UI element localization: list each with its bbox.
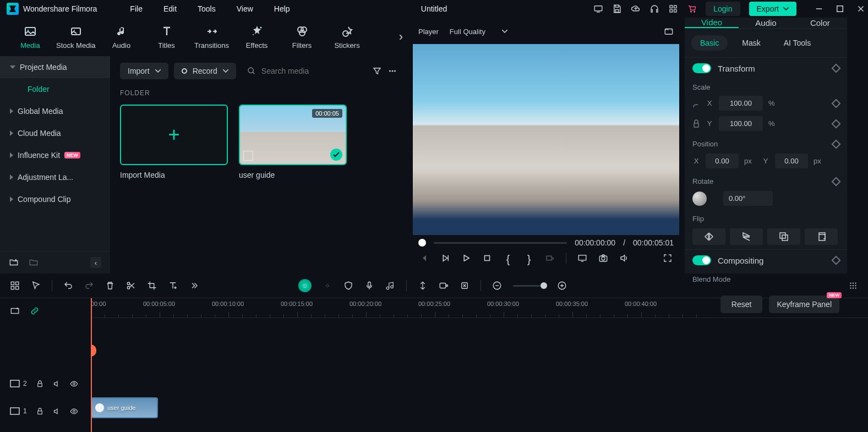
menu-tools[interactable]: Tools <box>198 4 216 13</box>
redo-icon[interactable] <box>84 281 94 291</box>
seek-bar[interactable]: 00:00:00:00 / 00:00:05:01 <box>413 238 679 247</box>
mute-track-icon[interactable] <box>53 407 61 415</box>
tab-titles[interactable]: Titles <box>148 25 186 50</box>
mic-icon[interactable] <box>364 281 374 291</box>
sparkle-icon[interactable] <box>323 281 332 291</box>
sidebar-item-global-media[interactable]: Global Media <box>0 100 110 122</box>
text-icon[interactable] <box>168 281 178 291</box>
import-media-tile[interactable]: + Import Media <box>120 105 228 179</box>
filter-icon[interactable] <box>372 66 382 76</box>
more-icon[interactable] <box>387 66 397 76</box>
compositing-section[interactable]: Compositing <box>685 249 847 271</box>
grid-view-icon[interactable] <box>10 281 20 291</box>
lock-track-icon[interactable] <box>36 380 44 388</box>
search-input[interactable] <box>261 67 361 75</box>
visibility-icon[interactable] <box>70 407 78 415</box>
undo-icon[interactable] <box>63 281 73 291</box>
fullscreen-icon[interactable] <box>663 253 673 263</box>
sidebar-item-folder[interactable]: Folder <box>0 78 110 100</box>
record-dropdown[interactable]: Record <box>174 63 236 79</box>
ai-icon[interactable]: ☺ <box>298 279 312 292</box>
playhead[interactable] <box>91 298 92 432</box>
cart-icon[interactable] <box>687 4 697 14</box>
rotate-knob[interactable] <box>692 192 707 206</box>
preview-viewport[interactable] <box>413 44 679 235</box>
track-header-1[interactable]: 1 <box>0 397 91 425</box>
keyframe-diamond-icon[interactable] <box>832 119 841 128</box>
rotate-input[interactable] <box>723 191 773 206</box>
export-button[interactable]: Export <box>749 2 796 16</box>
minimize-icon[interactable] <box>814 4 824 14</box>
close-icon[interactable] <box>856 4 866 14</box>
track-1[interactable]: user guide <box>91 394 868 422</box>
zoom-in-icon[interactable] <box>557 281 567 291</box>
keyframe-diamond-icon[interactable] <box>832 64 841 73</box>
timeline-tracks[interactable]: 00:00 00:00:05:00 00:00:10:00 00:00:15:0… <box>91 298 868 432</box>
login-button[interactable]: Login <box>706 2 740 16</box>
delete-icon[interactable] <box>105 281 115 291</box>
scale-x-input[interactable] <box>719 96 763 111</box>
mark-out-icon[interactable]: } <box>524 253 534 263</box>
transform-toggle[interactable] <box>692 63 711 73</box>
cloud-icon[interactable] <box>631 4 641 14</box>
flip-vertical-button[interactable] <box>730 228 763 245</box>
scale-y-input[interactable] <box>719 116 763 131</box>
seek-handle[interactable] <box>418 239 426 247</box>
speed-icon[interactable] <box>439 281 449 291</box>
timeline-ruler[interactable]: 00:00 00:00:05:00 00:00:10:00 00:00:15:0… <box>91 298 868 318</box>
grid-dots-icon[interactable] <box>848 281 858 291</box>
subtab-ai-tools[interactable]: AI Tools <box>775 35 820 51</box>
import-dropdown[interactable]: Import <box>120 63 168 79</box>
folder-icon[interactable] <box>29 258 39 267</box>
headphones-icon[interactable] <box>649 4 659 14</box>
prev-frame-icon[interactable] <box>419 253 429 263</box>
prop-tab-audio[interactable]: Audio <box>739 18 793 28</box>
menu-view[interactable]: View <box>237 4 253 13</box>
position-y-input[interactable] <box>775 154 808 168</box>
save-icon[interactable] <box>612 4 622 14</box>
camera-icon[interactable] <box>598 253 608 263</box>
tab-filters[interactable]: Filters <box>283 25 321 50</box>
split-icon[interactable] <box>126 281 136 291</box>
sidebar-item-compound-clip[interactable]: Compound Clip <box>0 188 110 210</box>
stop-icon[interactable] <box>482 253 492 263</box>
seek-track[interactable] <box>434 242 567 244</box>
collapse-sidebar-icon[interactable]: ‹ <box>90 257 101 268</box>
menu-edit[interactable]: Edit <box>163 4 177 13</box>
compositing-toggle[interactable] <box>692 255 711 265</box>
mute-track-icon[interactable] <box>53 380 61 388</box>
apps-icon[interactable] <box>668 4 678 14</box>
play-pause-icon[interactable] <box>440 253 450 263</box>
tab-stock-media[interactable]: Stock Media <box>56 25 96 50</box>
lock-icon[interactable] <box>692 119 700 129</box>
clip-view-icon[interactable] <box>545 253 555 263</box>
play-icon[interactable] <box>461 253 471 263</box>
device-icon[interactable] <box>593 4 603 14</box>
position-x-input[interactable] <box>706 154 739 168</box>
lock-track-icon[interactable] <box>36 407 44 415</box>
display-icon[interactable] <box>577 253 587 263</box>
timeline-clip[interactable]: user guide <box>91 397 158 418</box>
transform-section[interactable]: Transform <box>685 57 847 79</box>
volume-icon[interactable] <box>619 253 629 263</box>
maximize-icon[interactable] <box>835 4 845 14</box>
link-track-icon[interactable] <box>30 306 40 316</box>
tab-stickers[interactable]: Stickers <box>328 25 367 50</box>
shield-icon[interactable] <box>343 281 353 291</box>
media-clip-tile[interactable]: 00:00:05 user guide <box>239 105 347 179</box>
sidebar-item-adjustment-layer[interactable]: Adjustment La... <box>0 166 110 188</box>
snapshot-icon[interactable] <box>664 26 674 36</box>
menu-help[interactable]: Help <box>274 4 290 13</box>
crop-icon[interactable] <box>147 281 157 291</box>
menu-file[interactable]: File <box>130 4 143 13</box>
flip-horizontal-button[interactable] <box>692 228 725 245</box>
track-2[interactable] <box>91 367 868 394</box>
subtab-mask[interactable]: Mask <box>733 35 769 51</box>
tabs-more-icon[interactable]: › <box>399 30 403 44</box>
more-tools-icon[interactable] <box>189 281 199 291</box>
tab-audio[interactable]: Audio <box>102 25 141 50</box>
new-folder-icon[interactable] <box>9 258 19 267</box>
sidebar-item-project-media[interactable]: Project Media <box>0 56 110 78</box>
flip-copy-button[interactable] <box>805 228 838 245</box>
search-bar[interactable] <box>242 67 367 75</box>
